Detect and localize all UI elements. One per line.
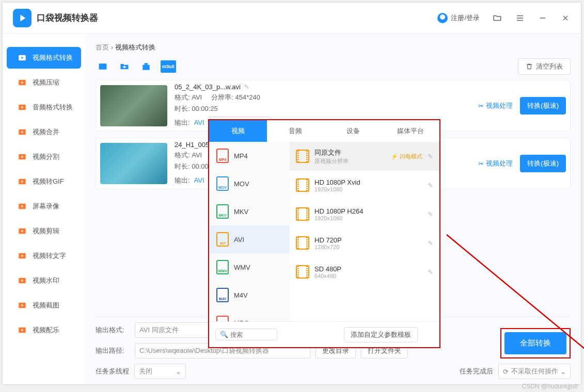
format-item-mov[interactable]: MOVMOV [209, 170, 290, 198]
format-tab-1[interactable]: 音频 [267, 120, 325, 142]
login-link[interactable]: 注册/登录 [437, 13, 480, 23]
edit-icon[interactable]: ✎ [428, 239, 433, 247]
sidebar-icon [17, 152, 27, 162]
sidebar-icon [17, 201, 27, 211]
edit-icon[interactable]: ✎ [428, 182, 433, 189]
app-title: 口袋视频转换器 [37, 12, 98, 24]
format-file-icon: MKV [216, 204, 229, 219]
sidebar-item-1[interactable]: 视频压缩 [7, 72, 81, 93]
sidebar-icon [17, 77, 27, 88]
minimize-icon[interactable] [538, 13, 548, 23]
breadcrumb: 首页 › 视频格式转换 [96, 43, 571, 52]
convert-button[interactable]: 转换(极速) [520, 155, 566, 172]
resolution-item-0[interactable]: 同原文件原视频分辨率⚡ 闪电模式✎ [290, 142, 439, 171]
sidebar-icon [17, 226, 27, 236]
add-file-icon[interactable] [96, 60, 110, 73]
watermark: CSDN @hudunkjpdf [522, 383, 578, 390]
video-process-link[interactable]: ✂视频处理 [478, 159, 513, 168]
sidebar-icon [17, 53, 27, 63]
close-icon[interactable] [560, 13, 571, 23]
sidebar-icon [17, 251, 27, 261]
toolbox-icon[interactable] [139, 60, 153, 73]
film-icon [296, 236, 309, 250]
task-threads-select[interactable]: 关闭⌄ [134, 364, 186, 379]
resolution-item-2[interactable]: HD 1080P H2641920x1080✎ [290, 200, 439, 228]
sidebar-icon [17, 325, 27, 335]
trash-icon [526, 63, 533, 70]
format-item-avi[interactable]: AVIAVI [209, 225, 290, 253]
edit-icon[interactable]: ✎ [428, 153, 433, 160]
sidebar-item-7[interactable]: 视频剪辑 [7, 220, 81, 242]
format-item-mkv[interactable]: MKVMKV [209, 198, 290, 225]
format-file-icon: MPG [216, 316, 229, 321]
film-icon [296, 265, 309, 279]
resolution-item-4[interactable]: SD 480P640x480✎ [290, 257, 439, 286]
resolution-item-3[interactable]: HD 720P1280x720✎ [290, 228, 439, 257]
sidebar-item-3[interactable]: 视频合并 [7, 121, 81, 143]
sidebar-item-11[interactable]: 视频配乐 [7, 319, 81, 341]
clear-list-button[interactable]: 清空列表 [518, 58, 571, 75]
sidebar-item-0[interactable]: 视频格式转换 [7, 47, 81, 69]
thumbnail[interactable] [100, 85, 167, 126]
svg-rect-12 [99, 63, 107, 70]
scissors-icon: ✂ [478, 102, 484, 110]
task-done-select[interactable]: ⟳ 不采取任何操作⌄ [498, 364, 571, 379]
add-template-button[interactable]: 添加自定义参数模板 [344, 327, 418, 342]
add-folder-icon[interactable] [117, 60, 132, 73]
format-item-mp4[interactable]: MP4MP4 [209, 142, 290, 170]
format-tab-0[interactable]: 视频 [209, 120, 267, 142]
search-icon: 🔍 [220, 331, 228, 338]
task-done-label: 任务完成后 [460, 367, 493, 376]
sidebar-item-2[interactable]: 音频格式转换 [7, 96, 81, 118]
sidebar-item-9[interactable]: 视频水印 [7, 270, 81, 291]
edit-icon[interactable]: ✎ [244, 83, 249, 91]
m3u8-icon[interactable]: m3u8 [161, 60, 176, 73]
task-threads-label: 任务多线程 [96, 367, 129, 376]
flash-mode-badge: ⚡ 闪电模式 [391, 153, 422, 160]
output-path-label: 输出路径: [96, 346, 130, 355]
sidebar-item-5[interactable]: 视频转GIF [7, 171, 81, 192]
sidebar: 视频格式转换视频压缩音频格式转换视频合并视频分割视频转GIF屏幕录像视频剪辑视频… [3, 34, 85, 384]
sidebar-item-8[interactable]: 视频转文字 [7, 245, 81, 267]
convert-all-button[interactable]: 全部转换 [504, 332, 566, 354]
sidebar-icon [17, 102, 27, 112]
avatar-icon [437, 13, 448, 23]
sidebar-item-10[interactable]: 视频截图 [7, 295, 81, 316]
film-icon [296, 150, 309, 163]
film-icon [296, 178, 309, 192]
edit-icon[interactable]: ✎ [428, 268, 433, 276]
format-file-icon: MOV [216, 176, 229, 191]
film-icon [296, 207, 309, 221]
format-file-icon: AVI [216, 232, 229, 247]
format-file-icon: WMV [216, 260, 229, 274]
sidebar-icon [17, 127, 27, 137]
resolution-item-1[interactable]: HD 1080P Xvid1920x1080✎ [290, 171, 439, 200]
output-format-label: 输出格式: [96, 325, 130, 335]
folder-icon[interactable] [492, 13, 502, 23]
sidebar-icon [17, 176, 27, 187]
app-logo [13, 9, 31, 27]
sidebar-item-4[interactable]: 视频分割 [7, 146, 81, 168]
convert-all-highlight: 全部转换 [500, 328, 571, 358]
format-item-mpg[interactable]: MPGMPG [209, 309, 290, 321]
edit-icon[interactable]: ✎ [428, 210, 433, 218]
video-process-link[interactable]: ✂视频处理 [478, 101, 513, 110]
format-item-m4v[interactable]: M4VM4V [209, 281, 290, 309]
file-name: 05_2_4K_03_p...w.avi ✎ [175, 83, 471, 91]
format-file-icon: MP4 [216, 149, 229, 163]
sidebar-icon [17, 300, 27, 311]
thumbnail[interactable] [100, 143, 167, 184]
sidebar-icon [17, 275, 27, 286]
format-popup: 视频音频设备媒体平台 MP4MP4MOVMOVMKVMKVAVIAVIWMVWM… [208, 119, 440, 348]
format-tab-2[interactable]: 设备 [324, 120, 382, 142]
convert-button[interactable]: 转换(极速) [520, 97, 566, 115]
scissors-icon: ✂ [478, 160, 484, 168]
format-tab-3[interactable]: 媒体平台 [382, 120, 440, 142]
sidebar-item-6[interactable]: 屏幕录像 [7, 195, 81, 217]
format-file-icon: M4V [216, 288, 229, 302]
format-search-input[interactable]: 🔍 [215, 329, 277, 340]
menu-icon[interactable] [515, 13, 525, 23]
format-item-wmv[interactable]: WMVWMV [209, 253, 290, 281]
